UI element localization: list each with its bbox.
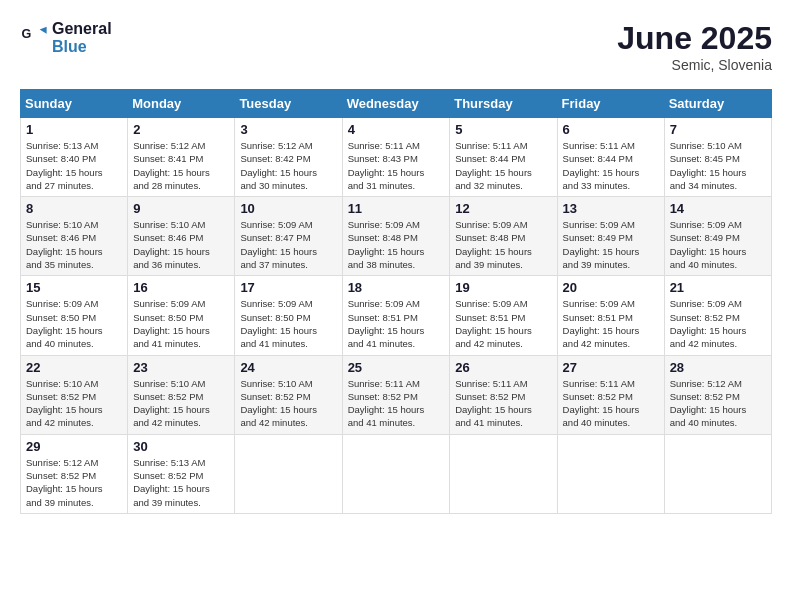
day-number: 3 — [240, 122, 336, 137]
day-number: 2 — [133, 122, 229, 137]
day-info: Sunrise: 5:09 AMSunset: 8:51 PMDaylight:… — [455, 297, 551, 350]
page-header: G General Blue June 2025 Semic, Slovenia — [20, 20, 772, 73]
day-number: 23 — [133, 360, 229, 375]
calendar-week-row: 1 Sunrise: 5:13 AMSunset: 8:40 PMDayligh… — [21, 118, 772, 197]
day-number: 17 — [240, 280, 336, 295]
table-row: 19 Sunrise: 5:09 AMSunset: 8:51 PMDaylig… — [450, 276, 557, 355]
day-info: Sunrise: 5:09 AMSunset: 8:50 PMDaylight:… — [133, 297, 229, 350]
day-info: Sunrise: 5:12 AMSunset: 8:41 PMDaylight:… — [133, 139, 229, 192]
day-number: 21 — [670, 280, 766, 295]
table-row: 6 Sunrise: 5:11 AMSunset: 8:44 PMDayligh… — [557, 118, 664, 197]
day-number: 27 — [563, 360, 659, 375]
day-info: Sunrise: 5:09 AMSunset: 8:50 PMDaylight:… — [240, 297, 336, 350]
table-row: 4 Sunrise: 5:11 AMSunset: 8:43 PMDayligh… — [342, 118, 450, 197]
day-number: 9 — [133, 201, 229, 216]
day-number: 16 — [133, 280, 229, 295]
day-number: 1 — [26, 122, 122, 137]
table-row: 30 Sunrise: 5:13 AMSunset: 8:52 PMDaylig… — [128, 434, 235, 513]
day-number: 10 — [240, 201, 336, 216]
table-row: 1 Sunrise: 5:13 AMSunset: 8:40 PMDayligh… — [21, 118, 128, 197]
calendar-body: 1 Sunrise: 5:13 AMSunset: 8:40 PMDayligh… — [21, 118, 772, 514]
day-info: Sunrise: 5:12 AMSunset: 8:52 PMDaylight:… — [26, 456, 122, 509]
day-info: Sunrise: 5:09 AMSunset: 8:47 PMDaylight:… — [240, 218, 336, 271]
table-row — [342, 434, 450, 513]
table-row — [557, 434, 664, 513]
table-row: 16 Sunrise: 5:09 AMSunset: 8:50 PMDaylig… — [128, 276, 235, 355]
day-info: Sunrise: 5:12 AMSunset: 8:52 PMDaylight:… — [670, 377, 766, 430]
calendar-week-row: 29 Sunrise: 5:12 AMSunset: 8:52 PMDaylig… — [21, 434, 772, 513]
day-info: Sunrise: 5:09 AMSunset: 8:49 PMDaylight:… — [670, 218, 766, 271]
day-number: 24 — [240, 360, 336, 375]
day-number: 13 — [563, 201, 659, 216]
day-info: Sunrise: 5:12 AMSunset: 8:42 PMDaylight:… — [240, 139, 336, 192]
table-row: 24 Sunrise: 5:10 AMSunset: 8:52 PMDaylig… — [235, 355, 342, 434]
day-info: Sunrise: 5:11 AMSunset: 8:52 PMDaylight:… — [455, 377, 551, 430]
day-number: 29 — [26, 439, 122, 454]
location: Semic, Slovenia — [617, 57, 772, 73]
table-row: 3 Sunrise: 5:12 AMSunset: 8:42 PMDayligh… — [235, 118, 342, 197]
day-number: 5 — [455, 122, 551, 137]
col-sunday: Sunday — [21, 90, 128, 118]
table-row: 23 Sunrise: 5:10 AMSunset: 8:52 PMDaylig… — [128, 355, 235, 434]
calendar-week-row: 22 Sunrise: 5:10 AMSunset: 8:52 PMDaylig… — [21, 355, 772, 434]
col-friday: Friday — [557, 90, 664, 118]
table-row: 5 Sunrise: 5:11 AMSunset: 8:44 PMDayligh… — [450, 118, 557, 197]
day-info: Sunrise: 5:09 AMSunset: 8:48 PMDaylight:… — [348, 218, 445, 271]
day-info: Sunrise: 5:09 AMSunset: 8:48 PMDaylight:… — [455, 218, 551, 271]
day-number: 12 — [455, 201, 551, 216]
day-number: 15 — [26, 280, 122, 295]
day-info: Sunrise: 5:09 AMSunset: 8:51 PMDaylight:… — [348, 297, 445, 350]
table-row: 25 Sunrise: 5:11 AMSunset: 8:52 PMDaylig… — [342, 355, 450, 434]
day-info: Sunrise: 5:11 AMSunset: 8:52 PMDaylight:… — [563, 377, 659, 430]
col-wednesday: Wednesday — [342, 90, 450, 118]
table-row: 7 Sunrise: 5:10 AMSunset: 8:45 PMDayligh… — [664, 118, 771, 197]
col-thursday: Thursday — [450, 90, 557, 118]
day-number: 22 — [26, 360, 122, 375]
day-number: 18 — [348, 280, 445, 295]
table-row — [235, 434, 342, 513]
day-info: Sunrise: 5:09 AMSunset: 8:49 PMDaylight:… — [563, 218, 659, 271]
table-row — [664, 434, 771, 513]
table-row: 13 Sunrise: 5:09 AMSunset: 8:49 PMDaylig… — [557, 197, 664, 276]
day-info: Sunrise: 5:10 AMSunset: 8:52 PMDaylight:… — [240, 377, 336, 430]
day-info: Sunrise: 5:10 AMSunset: 8:46 PMDaylight:… — [133, 218, 229, 271]
table-row: 29 Sunrise: 5:12 AMSunset: 8:52 PMDaylig… — [21, 434, 128, 513]
table-row: 15 Sunrise: 5:09 AMSunset: 8:50 PMDaylig… — [21, 276, 128, 355]
day-info: Sunrise: 5:09 AMSunset: 8:50 PMDaylight:… — [26, 297, 122, 350]
table-row: 21 Sunrise: 5:09 AMSunset: 8:52 PMDaylig… — [664, 276, 771, 355]
day-info: Sunrise: 5:13 AMSunset: 8:40 PMDaylight:… — [26, 139, 122, 192]
svg-marker-1 — [40, 26, 47, 33]
day-info: Sunrise: 5:09 AMSunset: 8:51 PMDaylight:… — [563, 297, 659, 350]
day-info: Sunrise: 5:11 AMSunset: 8:44 PMDaylight:… — [455, 139, 551, 192]
svg-text:G: G — [21, 27, 31, 41]
col-monday: Monday — [128, 90, 235, 118]
table-row: 18 Sunrise: 5:09 AMSunset: 8:51 PMDaylig… — [342, 276, 450, 355]
day-info: Sunrise: 5:13 AMSunset: 8:52 PMDaylight:… — [133, 456, 229, 509]
table-row: 26 Sunrise: 5:11 AMSunset: 8:52 PMDaylig… — [450, 355, 557, 434]
title-block: June 2025 Semic, Slovenia — [617, 20, 772, 73]
table-row: 14 Sunrise: 5:09 AMSunset: 8:49 PMDaylig… — [664, 197, 771, 276]
table-row: 28 Sunrise: 5:12 AMSunset: 8:52 PMDaylig… — [664, 355, 771, 434]
day-number: 28 — [670, 360, 766, 375]
day-info: Sunrise: 5:10 AMSunset: 8:46 PMDaylight:… — [26, 218, 122, 271]
calendar-table: Sunday Monday Tuesday Wednesday Thursday… — [20, 89, 772, 514]
table-row: 22 Sunrise: 5:10 AMSunset: 8:52 PMDaylig… — [21, 355, 128, 434]
calendar-week-row: 8 Sunrise: 5:10 AMSunset: 8:46 PMDayligh… — [21, 197, 772, 276]
day-info: Sunrise: 5:11 AMSunset: 8:52 PMDaylight:… — [348, 377, 445, 430]
table-row: 12 Sunrise: 5:09 AMSunset: 8:48 PMDaylig… — [450, 197, 557, 276]
day-info: Sunrise: 5:10 AMSunset: 8:52 PMDaylight:… — [26, 377, 122, 430]
table-row: 2 Sunrise: 5:12 AMSunset: 8:41 PMDayligh… — [128, 118, 235, 197]
table-row: 9 Sunrise: 5:10 AMSunset: 8:46 PMDayligh… — [128, 197, 235, 276]
day-info: Sunrise: 5:10 AMSunset: 8:45 PMDaylight:… — [670, 139, 766, 192]
day-number: 30 — [133, 439, 229, 454]
day-number: 8 — [26, 201, 122, 216]
calendar-week-row: 15 Sunrise: 5:09 AMSunset: 8:50 PMDaylig… — [21, 276, 772, 355]
month-title: June 2025 — [617, 20, 772, 57]
col-tuesday: Tuesday — [235, 90, 342, 118]
day-number: 20 — [563, 280, 659, 295]
day-number: 25 — [348, 360, 445, 375]
table-row: 8 Sunrise: 5:10 AMSunset: 8:46 PMDayligh… — [21, 197, 128, 276]
logo-blue: Blue — [52, 38, 112, 56]
logo-icon: G — [20, 24, 48, 52]
day-info: Sunrise: 5:11 AMSunset: 8:44 PMDaylight:… — [563, 139, 659, 192]
